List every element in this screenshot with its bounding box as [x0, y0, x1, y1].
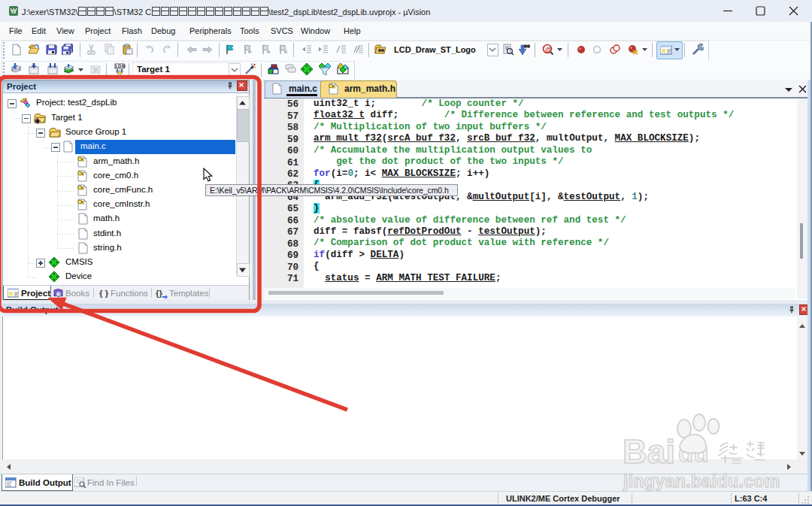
- svg-text:LOAD: LOAD: [116, 64, 126, 68]
- svg-text:?: ?: [57, 292, 60, 297]
- svg-text:Bai: Bai: [623, 432, 675, 471]
